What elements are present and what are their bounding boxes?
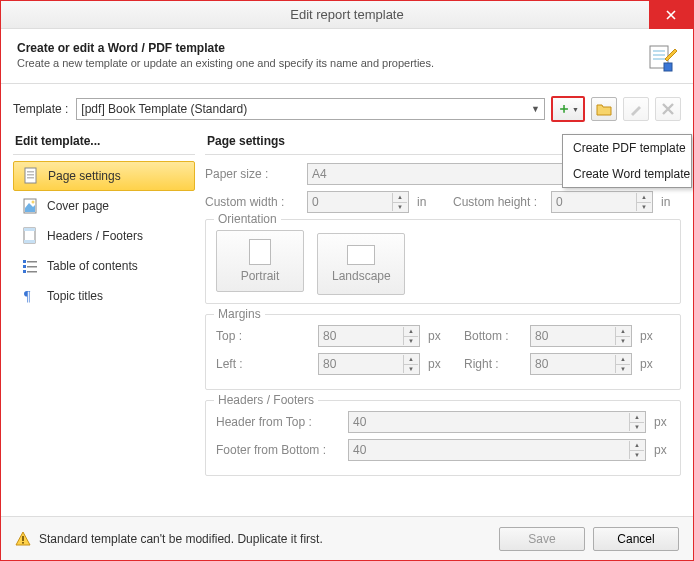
footer-from-bottom-label: Footer from Bottom :: [216, 443, 342, 457]
delete-button: [655, 97, 681, 121]
svg-rect-4: [664, 63, 672, 71]
margins-title: Margins: [214, 307, 265, 321]
svg-rect-23: [22, 536, 24, 541]
template-row: Template : [pdf] Book Template (Standard…: [1, 92, 693, 130]
portrait-label: Portrait: [241, 269, 280, 283]
template-label: Template :: [13, 102, 68, 116]
portrait-icon: [249, 239, 271, 265]
spinner[interactable]: ▲▼: [636, 193, 651, 211]
svg-rect-13: [24, 228, 35, 231]
hf-title: Headers / Footers: [214, 393, 318, 407]
spinner[interactable]: ▲▼: [615, 327, 630, 345]
sidebar-item-cover-page[interactable]: Cover page: [13, 191, 195, 221]
sidebar-item-headers-footers[interactable]: Headers / Footers: [13, 221, 195, 251]
unit-px: px: [654, 415, 670, 429]
custom-size-row: Custom width : 0▲▼ in Custom height : 0▲…: [205, 191, 681, 213]
svg-rect-8: [27, 177, 34, 179]
folder-icon: [596, 102, 612, 116]
svg-rect-16: [27, 261, 37, 263]
plus-icon: ＋: [557, 100, 571, 118]
spinner[interactable]: ▲▼: [392, 193, 407, 211]
margin-right-input[interactable]: 80▲▼: [530, 353, 632, 375]
orientation-title: Orientation: [214, 212, 281, 226]
headers-footers-icon: [21, 227, 39, 245]
margins-group: Margins Top : 80▲▼ px Bottom : 80▲▼ px L…: [205, 314, 681, 390]
dialog-window: Edit report template Create or edit a Wo…: [0, 0, 694, 561]
close-button[interactable]: [649, 1, 693, 29]
margin-bottom-label: Bottom :: [464, 329, 524, 343]
add-template-button[interactable]: ＋ ▼: [551, 96, 585, 122]
svg-text:¶: ¶: [24, 289, 31, 304]
sidebar-item-label: Table of contents: [47, 259, 138, 273]
main-panel: Page settings Paper size : A4 Custom wid…: [205, 130, 681, 520]
portrait-button[interactable]: Portrait: [216, 230, 304, 292]
margin-bottom-input[interactable]: 80▲▼: [530, 325, 632, 347]
svg-rect-19: [23, 270, 26, 273]
svg-rect-3: [653, 58, 665, 60]
orientation-group: Orientation Portrait Landscape: [205, 219, 681, 304]
unit-px: px: [640, 329, 656, 343]
sidebar-item-toc[interactable]: Table of contents: [13, 251, 195, 281]
hf-group: Headers / Footers Header from Top : 40▲▼…: [205, 400, 681, 476]
spinner[interactable]: ▲▼: [629, 441, 644, 459]
header-from-top-label: Header from Top :: [216, 415, 342, 429]
window-title: Edit report template: [1, 7, 693, 22]
menu-create-pdf[interactable]: Create PDF template: [563, 135, 691, 161]
margin-left-input[interactable]: 80▲▼: [318, 353, 420, 375]
margin-top-label: Top :: [216, 329, 312, 343]
spinner[interactable]: ▲▼: [615, 355, 630, 373]
unit-in: in: [417, 195, 433, 209]
body: Edit template... Page settings Cover pag…: [1, 130, 693, 528]
margin-right-label: Right :: [464, 357, 524, 371]
custom-height-label: Custom height :: [453, 195, 545, 209]
svg-rect-6: [27, 171, 34, 173]
footer-from-bottom-input[interactable]: 40▲▼: [348, 439, 646, 461]
sidebar-item-topic-titles[interactable]: ¶ Topic titles: [13, 281, 195, 311]
cover-page-icon: [21, 197, 39, 215]
open-folder-button[interactable]: [591, 97, 617, 121]
template-edit-icon: [647, 41, 679, 73]
custom-width-input[interactable]: 0▲▼: [307, 191, 409, 213]
landscape-label: Landscape: [332, 269, 391, 283]
svg-rect-15: [23, 260, 26, 263]
header: Create or edit a Word / PDF template Cre…: [1, 29, 693, 77]
menu-create-word[interactable]: Create Word template: [563, 161, 691, 187]
chevron-down-icon: ▼: [531, 104, 540, 114]
svg-rect-18: [27, 266, 37, 268]
spinner[interactable]: ▲▼: [629, 413, 644, 431]
sidebar-item-label: Headers / Footers: [47, 229, 143, 243]
sidebar-item-label: Topic titles: [47, 289, 103, 303]
header-subtitle: Create a new template or update an exist…: [17, 57, 677, 69]
header-from-top-input[interactable]: 40▲▼: [348, 411, 646, 433]
spinner[interactable]: ▲▼: [403, 327, 418, 345]
margin-left-label: Left :: [216, 357, 312, 371]
pencil-icon: [629, 102, 643, 116]
footer: Standard template can't be modified. Dup…: [1, 516, 693, 560]
unit-px: px: [654, 443, 670, 457]
landscape-icon: [347, 245, 375, 265]
dropdown-arrow-icon: ▼: [572, 106, 579, 113]
footer-message: Standard template can't be modified. Dup…: [39, 532, 491, 546]
margin-top-input[interactable]: 80▲▼: [318, 325, 420, 347]
template-select-value: [pdf] Book Template (Standard): [81, 102, 247, 116]
svg-rect-24: [22, 542, 24, 544]
titlebar: Edit report template: [1, 1, 693, 29]
edit-button: [623, 97, 649, 121]
unit-px: px: [428, 329, 444, 343]
page-settings-icon: [22, 167, 40, 185]
custom-height-input[interactable]: 0▲▼: [551, 191, 653, 213]
sidebar-item-label: Page settings: [48, 169, 121, 183]
svg-rect-1: [653, 50, 665, 52]
cancel-button[interactable]: Cancel: [593, 527, 679, 551]
sidebar-item-page-settings[interactable]: Page settings: [13, 161, 195, 191]
unit-px: px: [640, 357, 656, 371]
svg-rect-2: [653, 54, 665, 56]
header-title: Create or edit a Word / PDF template: [17, 41, 677, 55]
unit-px: px: [428, 357, 444, 371]
close-icon: [666, 10, 676, 20]
custom-width-label: Custom width :: [205, 195, 301, 209]
spinner[interactable]: ▲▼: [403, 355, 418, 373]
svg-rect-17: [23, 265, 26, 268]
landscape-button[interactable]: Landscape: [317, 233, 405, 295]
template-select[interactable]: [pdf] Book Template (Standard) ▼: [76, 98, 545, 120]
